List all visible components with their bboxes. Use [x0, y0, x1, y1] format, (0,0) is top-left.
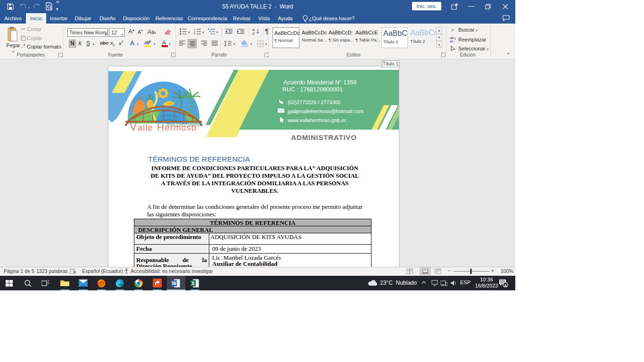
svg-text:ermoso: ermoso	[165, 123, 197, 132]
svg-text:www.vallehermoso.gob.ec: www.vallehermoso.gob.ec	[287, 117, 347, 123]
svg-text:ac: ac	[450, 39, 454, 42]
svg-text:gadprvallehermoso@hotmail.com: gadprvallehermoso@hotmail.com	[288, 108, 363, 114]
svg-text:alle: alle	[138, 123, 153, 132]
svg-text:Z: Z	[252, 32, 255, 35]
svg-text:(02)2773220 / 2773300: (02)2773220 / 2773300	[288, 99, 340, 105]
svg-text:3: 3	[194, 33, 195, 35]
svg-text:4: 4	[504, 283, 507, 288]
svg-text:RUC : 1768120600001: RUC : 1768120600001	[282, 86, 343, 93]
svg-text:W: W	[172, 281, 177, 286]
svg-text:X: X	[191, 281, 195, 286]
svg-text:V: V	[130, 121, 137, 133]
svg-text:H: H	[157, 122, 164, 132]
svg-text:A: A	[162, 40, 166, 46]
svg-text:Acuerdo Ministerial N° 1359: Acuerdo Ministerial N° 1359	[283, 79, 356, 86]
